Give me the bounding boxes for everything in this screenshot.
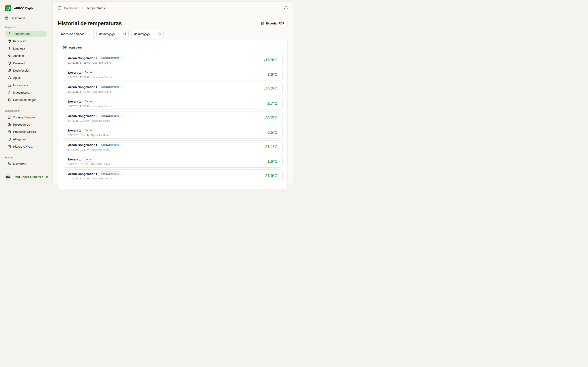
- equipment-name: Nevera 1: [68, 71, 81, 74]
- sidebar-item-envasado[interactable]: Envasado: [5, 60, 47, 66]
- record-info: Nevera 1Cocina8/3/2026, 17:22:00 · Opera…: [68, 70, 112, 78]
- date-from-input[interactable]: dd/mm/yyyy: [96, 30, 129, 38]
- sidebar-item-agua[interactable]: Agua: [5, 75, 47, 81]
- record-title-line: Nevera 2Cocina: [68, 99, 112, 104]
- date-to-input[interactable]: dd/mm/yyyy: [131, 30, 164, 38]
- sidebar-item-label: Incidencias: [13, 83, 28, 87]
- chevron-right-icon: [81, 7, 84, 9]
- temperature-value: 1.6°C: [268, 159, 277, 164]
- sidebar-item-desinfeccion[interactable]: Desinfección: [5, 67, 47, 74]
- clipboard-list-icon: [8, 145, 11, 148]
- file-down-icon: [261, 22, 264, 25]
- page-title: Historial de temperaturas: [58, 20, 122, 27]
- equipment-name: Nevera 1: [68, 158, 81, 161]
- user-menu[interactable]: RG Raul Lopez Gutierrez: [5, 174, 49, 180]
- breadcrumb-dashboard[interactable]: Dashboard: [64, 7, 79, 10]
- record-row: Arcon Congelador 1Almacenamiento8/3/2026…: [63, 141, 283, 153]
- record-info: Arcon Congelador 1Almacenamiento8/3/2026…: [68, 85, 122, 93]
- export-pdf-button[interactable]: Exportar PDF: [258, 20, 288, 27]
- zone-badge: Cocina: [82, 70, 95, 75]
- sidebar-item-muestroteca[interactable]: Muestroteca: [5, 89, 47, 96]
- temperature-value: 2.7°C: [268, 101, 277, 106]
- avatar: RG: [5, 174, 11, 180]
- zone-badge: Almacenamiento: [99, 114, 121, 118]
- temperature-value: -21.1°C: [264, 145, 277, 149]
- temperature-value: 0.5°C: [268, 130, 277, 135]
- sidebar-item-label: Muestroteca: [13, 91, 29, 94]
- record-meta: 8/3/2026, 9:14:00 · Operador Demo: [68, 148, 122, 151]
- sidebar-item-miembros[interactable]: Miembros: [5, 161, 47, 167]
- record-title-line: Arcon Congelador 1Almacenamiento: [68, 142, 122, 147]
- sidebar-item-planes-appcc[interactable]: Planes APPCC: [5, 143, 47, 150]
- record-row: Arcon Congelador 1Almacenamiento8/3/2026…: [63, 83, 283, 95]
- sidebar-item-alergenos[interactable]: Alérgenos: [5, 136, 47, 142]
- records-list: Arcon Congelador 2Almacenamiento8/3/2026…: [63, 54, 283, 182]
- sidebar-item-incidencias[interactable]: Incidencias: [5, 82, 47, 88]
- sidebar-item-label: Miembros: [13, 162, 26, 166]
- record-row: Arcon Congelador 2Almacenamiento8/3/2026…: [63, 111, 283, 124]
- record-meta: 8/3/2026, 9:19:00 · Operador Demo: [68, 119, 122, 122]
- records-count: 56 registros: [63, 45, 283, 50]
- sidebar-item-recepcion[interactable]: Recepción: [5, 38, 47, 44]
- sidebar-item-zonas-y-equipos[interactable]: Zonas y Equipos: [5, 114, 47, 120]
- triangle-alert-icon: [8, 83, 11, 87]
- sidebar-nav: DashboardRegistrosTemperaturasRecepciónL…: [0, 15, 52, 167]
- export-pdf-label: Exportar PDF: [266, 22, 284, 25]
- sidebar-item-control-de-plagas[interactable]: Control de plagas: [5, 97, 47, 103]
- sidebar-item-temperaturas[interactable]: Temperaturas: [5, 31, 47, 37]
- record-meta: 8/3/2026, 17:22:00 · Operador Demo: [68, 76, 112, 79]
- sidebar-item-label: Agua: [13, 76, 20, 80]
- refrigerator-icon: [8, 115, 11, 119]
- record-title-line: Arcon Congelador 1Almacenamiento: [68, 171, 122, 176]
- record-title-line: Nevera 2Cocina: [68, 128, 110, 133]
- logo-package-icon: [6, 6, 10, 10]
- sidebar-item-label: Productos APPCC: [13, 130, 37, 133]
- sidebar-item-dashboard[interactable]: Dashboard: [5, 15, 47, 21]
- sidebar-item-limpieza[interactable]: Limpieza: [5, 45, 47, 52]
- app-name: APPCC Digital: [14, 7, 34, 10]
- main-panel: Dashboard Temperaturas Historial de temp…: [53, 1, 293, 184]
- record-info: Arcon Congelador 2Almacenamiento8/3/2026…: [68, 56, 122, 64]
- record-row: Nevera 2Cocina8/3/2026, 17:00:00 · Opera…: [63, 97, 283, 110]
- equipment-name: Nevera 2: [68, 129, 81, 132]
- users-icon: [8, 162, 11, 166]
- sidebar-item-label: Proveedores: [13, 123, 30, 126]
- zone-badge: Almacenamiento: [99, 142, 121, 147]
- flask-icon: [8, 91, 11, 94]
- record-title-line: Nevera 1Cocina: [68, 157, 110, 161]
- truck-icon: [8, 123, 11, 126]
- sidebar-item-productos-appcc[interactable]: Productos APPCC: [5, 129, 47, 135]
- chevron-down-icon: [88, 33, 91, 35]
- date-to-value: dd/mm/yyyy: [134, 33, 150, 36]
- record-info: Nevera 2Cocina8/3/2026, 9:15:00 · Operad…: [68, 128, 110, 136]
- sidebar-item-label: Control de plagas: [13, 98, 36, 101]
- equipment-name: Arcon Congelador 2: [68, 56, 97, 60]
- sidebar-item-label: Alérgenos: [13, 138, 26, 141]
- equipment-select[interactable]: Todos los equipos: [58, 30, 94, 38]
- record-meta: 8/3/2026, 17:00:00 · Operador Demo: [68, 105, 112, 108]
- sidebar-item-abatidor[interactable]: Abatidor: [5, 53, 47, 59]
- content: Historial de temperaturas Exportar PDF T…: [53, 20, 293, 184]
- temperature-value: -18.9°C: [264, 58, 277, 62]
- record-title-line: Arcon Congelador 2Almacenamiento: [68, 56, 122, 60]
- records-card: 56 registros Arcon Congelador 2Almacenam…: [58, 40, 288, 184]
- zone-badge: Cocina: [82, 157, 95, 161]
- layout-dashboard-icon: [5, 16, 9, 20]
- record-meta: 8/3/2026, 17:07:00 · Operador Demo: [68, 90, 122, 93]
- sidebar-toggle-icon[interactable]: [57, 6, 61, 10]
- temperature-value: -20.7°C: [264, 116, 277, 120]
- record-title-line: Nevera 1Cocina: [68, 70, 112, 75]
- zone-badge: Almacenamiento: [99, 56, 121, 60]
- record-meta: 8/3/2026, 17:25:00 · Operador Demo: [68, 61, 122, 64]
- sidebar-item-label: Recepción: [13, 40, 27, 43]
- sidebar-item-label: Limpieza: [13, 47, 25, 50]
- sidebar: APPCC Digital DashboardRegistrosTemperat…: [0, 0, 53, 184]
- record-title-line: Arcon Congelador 2Almacenamiento: [68, 114, 122, 118]
- sidebar-item-label: Desinfección: [13, 69, 30, 72]
- sidebar-item-proveedores[interactable]: Proveedores: [5, 121, 47, 128]
- leaf-icon: [8, 69, 11, 72]
- bell-icon[interactable]: [284, 6, 288, 10]
- package-icon: [8, 130, 11, 133]
- filters: Todos los equipos dd/mm/yyyy dd/mm/yyyy: [58, 30, 288, 38]
- record-row: Arcon Congelador 2Almacenamiento8/3/2026…: [63, 54, 283, 66]
